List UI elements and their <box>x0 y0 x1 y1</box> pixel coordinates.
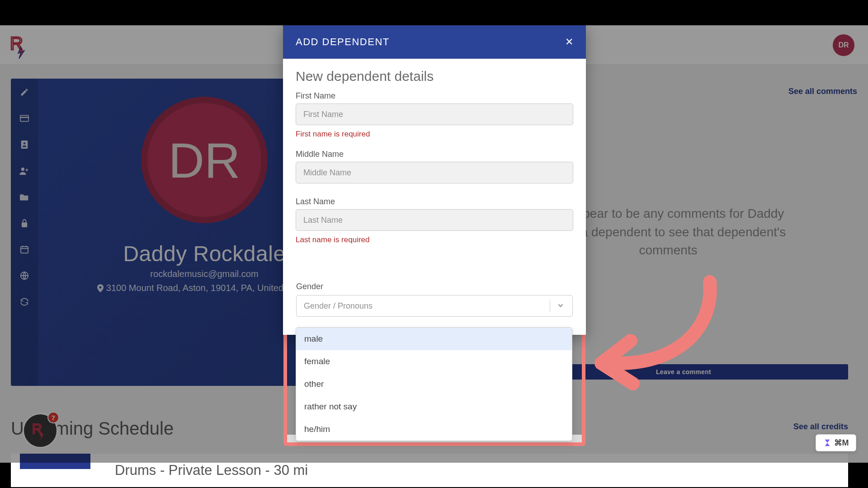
app-logo[interactable]: R <box>5 29 32 61</box>
first-name-label: First Name <box>296 91 573 101</box>
chevron-down-icon[interactable] <box>557 301 565 310</box>
select-divider <box>550 300 550 312</box>
gender-dropdown: male female other rather not say he/him <box>283 327 585 441</box>
avatar-initials: DR <box>169 131 241 189</box>
map-pin-icon <box>97 284 104 292</box>
schedule-item-badge <box>20 454 90 469</box>
gender-select[interactable] <box>296 295 573 317</box>
globe-icon[interactable] <box>19 270 30 281</box>
gender-option-rather-not-say[interactable]: rather not say <box>296 395 572 418</box>
modal-close-button[interactable]: ✕ <box>565 36 573 48</box>
gender-option-female[interactable]: female <box>296 350 572 373</box>
keyboard-shortcut-chip[interactable]: ⌘M <box>816 434 856 451</box>
calendar-icon[interactable] <box>19 244 30 255</box>
svg-point-4 <box>24 142 26 145</box>
hourglass-icon <box>823 439 831 447</box>
svg-rect-6 <box>22 222 27 227</box>
first-name-error: First name is required <box>296 130 573 139</box>
gender-area: Gender <box>287 277 582 326</box>
tutorial-arrow-icon <box>588 273 723 390</box>
profile-avatar: DR <box>141 97 268 223</box>
refresh-icon[interactable] <box>19 296 30 307</box>
user-initials: DR <box>838 41 849 49</box>
gender-option-male[interactable]: male <box>296 328 572 350</box>
credit-card-icon[interactable] <box>19 113 30 124</box>
profile-sidebar <box>11 79 38 386</box>
first-name-input[interactable] <box>296 103 573 125</box>
profile-name: Daddy Rockdale <box>123 241 285 266</box>
last-name-input[interactable] <box>296 209 573 231</box>
profile-email: rockdalemusic@gmail.com <box>150 269 258 279</box>
modal-header: ADD DEPENDENT ✕ <box>283 25 586 59</box>
gender-option-other[interactable]: other <box>296 373 572 395</box>
add-user-icon[interactable] <box>19 165 30 176</box>
see-all-comments-link[interactable]: See all comments <box>788 87 857 96</box>
svg-rect-3 <box>21 141 28 149</box>
folder-icon[interactable] <box>19 192 30 202</box>
modal-section-title: New dependent details <box>296 69 573 84</box>
middle-name-label: Middle Name <box>296 150 573 159</box>
contact-icon[interactable] <box>19 139 30 150</box>
schedule-item-title: Drums - Private Lesson - 30 mi <box>115 462 308 479</box>
svg-rect-1 <box>20 115 28 121</box>
see-all-credits-link[interactable]: See all credits <box>793 422 848 432</box>
lock-icon[interactable] <box>19 218 30 229</box>
svg-rect-7 <box>21 247 28 253</box>
help-notification-badge: 7 <box>47 412 59 423</box>
address-text: 3100 Mount Road, Aston, 19014, PA, Unite… <box>106 283 311 293</box>
user-avatar[interactable]: DR <box>833 34 854 56</box>
profile-address: 3100 Mount Road, Aston, 19014, PA, Unite… <box>97 283 311 293</box>
modal-title: ADD DEPENDENT <box>296 36 390 48</box>
edit-icon[interactable] <box>19 87 30 98</box>
middle-name-input[interactable] <box>296 162 573 183</box>
svg-rect-2 <box>20 117 28 118</box>
schedule-item[interactable]: Drums - Private Lesson - 30 mi <box>11 454 848 487</box>
last-name-error: Last name is required <box>296 235 573 244</box>
gender-option-he-him[interactable]: he/him <box>296 418 572 441</box>
svg-point-5 <box>21 168 24 171</box>
shortcut-label: ⌘M <box>834 438 849 448</box>
last-name-label: Last Name <box>296 197 573 206</box>
help-bubble-button[interactable]: R 7 <box>23 413 58 448</box>
gender-label: Gender <box>296 282 573 291</box>
